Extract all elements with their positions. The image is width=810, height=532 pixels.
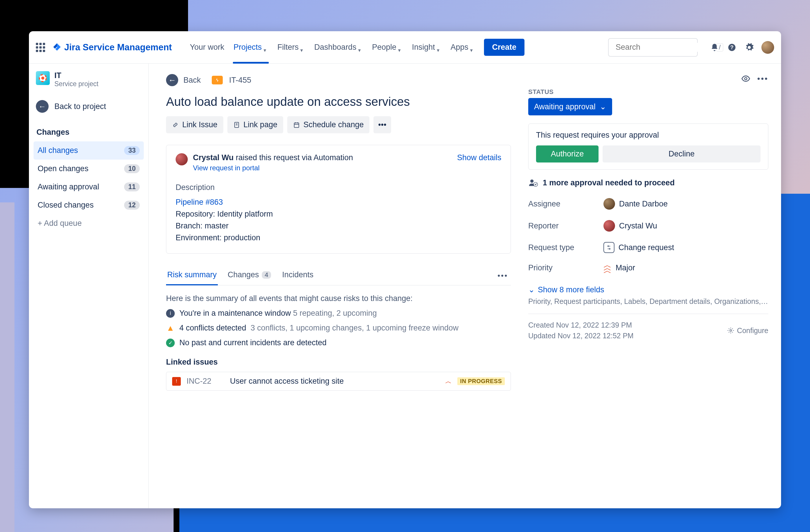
primary-nav: Your work Projects Filters Dashboards Pe… bbox=[188, 40, 477, 54]
schedule-change-button[interactable]: Schedule change bbox=[287, 116, 370, 133]
project-header[interactable]: IT Service project bbox=[34, 71, 144, 95]
back-to-project[interactable]: ← Back to project bbox=[34, 97, 144, 116]
pipeline-link[interactable]: Pipeline #863 bbox=[176, 198, 501, 207]
watch-icon[interactable] bbox=[741, 74, 750, 85]
risk-row-conflicts: ▲ 4 conflicts detected 3 conflicts, 1 up… bbox=[166, 323, 511, 333]
profile-avatar[interactable] bbox=[761, 41, 774, 54]
search-input[interactable] bbox=[616, 43, 713, 52]
requester-avatar[interactable] bbox=[176, 153, 188, 165]
chevron-down-icon bbox=[398, 45, 403, 50]
description-label: Description bbox=[176, 183, 501, 192]
calendar-icon bbox=[293, 121, 300, 128]
back-button[interactable]: ← bbox=[166, 74, 178, 86]
back-label: Back bbox=[183, 76, 201, 85]
link-issue-button[interactable]: Link Issue bbox=[166, 116, 223, 133]
help-icon[interactable]: ? bbox=[727, 42, 737, 53]
issue-title[interactable]: Auto load balance update on access servi… bbox=[166, 95, 511, 109]
nav-your-work[interactable]: Your work bbox=[188, 40, 227, 54]
link-icon bbox=[172, 121, 179, 128]
linked-issue-key: INC-22 bbox=[187, 377, 224, 386]
queue-closed-changes[interactable]: Closed changes12 bbox=[34, 196, 144, 214]
svg-point-15 bbox=[530, 180, 533, 183]
approval-note: 1 more approval needed to proceed bbox=[528, 178, 768, 188]
more-fields-list: Priority, Request participants, Labels, … bbox=[528, 297, 768, 305]
queue-count: 12 bbox=[124, 201, 140, 210]
configure-link[interactable]: Configure bbox=[727, 321, 768, 340]
show-details-link[interactable]: Show details bbox=[457, 153, 501, 162]
requester-name[interactable]: Crystal Wu bbox=[193, 153, 234, 162]
svg-point-14 bbox=[745, 78, 747, 80]
description-env: Environment: production bbox=[176, 233, 501, 242]
tabs-more-button[interactable]: ••• bbox=[495, 268, 511, 283]
chevron-down-icon: ⌄ bbox=[528, 285, 535, 294]
issue-type-icon bbox=[212, 76, 223, 84]
view-request-portal-link[interactable]: View request in portal bbox=[193, 164, 452, 172]
authorize-button[interactable]: Authorize bbox=[536, 146, 599, 163]
back-arrow-icon: ← bbox=[36, 100, 49, 113]
chevron-down-icon bbox=[263, 45, 268, 50]
svg-point-6 bbox=[42, 77, 45, 80]
description-branch: Branch: master bbox=[176, 221, 501, 230]
field-request-type[interactable]: Request type Change request bbox=[528, 242, 768, 253]
linked-issue-row[interactable]: ! INC-22 User cannot access ticketing si… bbox=[166, 372, 511, 390]
warning-icon: ▲ bbox=[166, 324, 175, 333]
priority-icon: ︿ bbox=[445, 377, 452, 386]
app-switcher-icon[interactable] bbox=[36, 43, 45, 52]
incident-type-icon: ! bbox=[172, 377, 181, 386]
risk-row-maintenance: i You're in a maintenance window 5 repea… bbox=[166, 309, 511, 318]
nav-people[interactable]: People bbox=[370, 40, 405, 54]
svg-rect-10 bbox=[294, 123, 299, 128]
create-button[interactable]: Create bbox=[484, 39, 524, 56]
linked-issue-status: IN PROGRESS bbox=[457, 377, 505, 385]
queue-open-changes[interactable]: Open changes10 bbox=[34, 160, 144, 178]
page-icon bbox=[233, 121, 240, 128]
request-type-icon bbox=[603, 242, 614, 253]
risk-row-incidents: ✓ No past and current incidents are dete… bbox=[166, 338, 511, 347]
settings-icon[interactable] bbox=[744, 42, 755, 53]
notifications-icon[interactable] bbox=[709, 42, 720, 53]
field-reporter[interactable]: Reporter Crystal Wu bbox=[528, 220, 768, 232]
queue-awaiting-approval[interactable]: Awaiting approval11 bbox=[34, 178, 144, 196]
nav-projects[interactable]: Projects bbox=[231, 40, 271, 54]
tab-risk-summary[interactable]: Risk summary bbox=[166, 266, 218, 285]
issue-more-button[interactable]: ••• bbox=[757, 74, 768, 85]
add-queue[interactable]: + Add queue bbox=[34, 214, 144, 232]
queue-count: 33 bbox=[124, 146, 140, 155]
nav-filters[interactable]: Filters bbox=[275, 40, 308, 54]
queue-all-changes[interactable]: All changes33 bbox=[34, 142, 144, 160]
nav-apps[interactable]: Apps bbox=[449, 40, 477, 54]
gear-icon bbox=[727, 327, 734, 334]
sidebar-section-header: Changes bbox=[36, 128, 141, 137]
nav-insight[interactable]: Insight bbox=[410, 40, 444, 54]
queue-count: 11 bbox=[124, 182, 140, 192]
field-assignee[interactable]: Assignee Dante Darboe bbox=[528, 198, 768, 210]
svg-point-17 bbox=[730, 330, 732, 331]
description-repo: Repository: Identity platform bbox=[176, 210, 501, 219]
nav-dashboards[interactable]: Dashboards bbox=[312, 40, 365, 54]
assignee-avatar bbox=[603, 198, 615, 210]
status-label: STATUS bbox=[528, 88, 768, 96]
tab-count-badge: 4 bbox=[262, 271, 271, 279]
risk-intro: Here is the summary of all events that m… bbox=[166, 294, 511, 303]
approvers-icon bbox=[528, 178, 538, 188]
project-name: IT bbox=[54, 71, 98, 80]
linked-issues-header: Linked issues bbox=[166, 358, 511, 367]
check-icon: ✓ bbox=[166, 338, 175, 347]
link-page-button[interactable]: Link page bbox=[227, 116, 283, 133]
tab-incidents[interactable]: Incidents bbox=[281, 266, 314, 285]
more-actions-button[interactable]: ••• bbox=[373, 116, 391, 133]
search-box[interactable]: / bbox=[608, 38, 698, 57]
chevron-down-icon bbox=[300, 45, 305, 50]
product-name: Jira Service Management bbox=[64, 42, 172, 53]
decline-button[interactable]: Decline bbox=[603, 146, 761, 163]
issue-key[interactable]: IT-455 bbox=[229, 76, 252, 85]
field-priority[interactable]: Priority ︿︿︿Major bbox=[528, 263, 768, 272]
chevron-down-icon bbox=[358, 45, 363, 50]
product-logo[interactable]: Jira Service Management bbox=[52, 42, 172, 53]
show-more-fields[interactable]: ⌄Show 8 more fields bbox=[528, 285, 768, 294]
jira-icon bbox=[52, 43, 62, 52]
info-icon: i bbox=[166, 309, 175, 318]
status-dropdown[interactable]: Awaiting approval⌄ bbox=[528, 98, 612, 115]
tab-changes[interactable]: Changes4 bbox=[227, 266, 272, 285]
queue-count: 10 bbox=[124, 164, 140, 173]
